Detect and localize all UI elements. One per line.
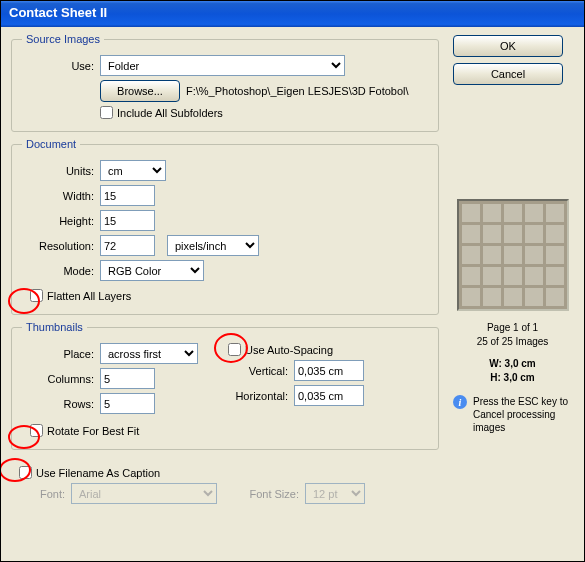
- mode-label: Mode:: [22, 265, 100, 277]
- width-label: Width:: [22, 190, 100, 202]
- font-select: Arial: [71, 483, 217, 504]
- use-select[interactable]: Folder: [100, 55, 345, 76]
- height-input[interactable]: [100, 210, 155, 231]
- fontsize-label: Font Size:: [247, 488, 305, 500]
- caption-group: Use Filename As Caption Font: Arial Font…: [11, 456, 439, 516]
- thumbnails-legend: Thumbnails: [22, 321, 87, 333]
- browse-button[interactable]: Browse...: [100, 80, 180, 102]
- height-label: Height:: [22, 215, 100, 227]
- window-title: Contact Sheet II: [1, 1, 584, 27]
- filename-caption-checkbox[interactable]: Use Filename As Caption: [19, 466, 160, 479]
- rows-label: Rows:: [22, 398, 100, 410]
- units-select[interactable]: cm: [100, 160, 166, 181]
- info-icon: i: [453, 395, 467, 409]
- auto-spacing-checkbox[interactable]: Use Auto-Spacing: [228, 343, 333, 356]
- use-label: Use:: [22, 60, 100, 72]
- resolution-input[interactable]: [100, 235, 155, 256]
- esc-hint: i Press the ESC key to Cancel processing…: [453, 395, 572, 434]
- document-legend: Document: [22, 138, 80, 150]
- resolution-label: Resolution:: [22, 240, 100, 252]
- preview-size-info: W: 3,0 cm H: 3,0 cm: [453, 357, 572, 385]
- place-select[interactable]: across first: [100, 343, 198, 364]
- dialog-content: Source Images Use: Folder Browse... F:\%…: [1, 27, 584, 561]
- fontsize-select: 12 pt: [305, 483, 365, 504]
- ok-button[interactable]: OK: [453, 35, 563, 57]
- mode-select[interactable]: RGB Color: [100, 260, 204, 281]
- rotate-best-fit-checkbox[interactable]: Rotate For Best Fit: [30, 424, 139, 437]
- width-input[interactable]: [100, 185, 155, 206]
- columns-label: Columns:: [22, 373, 100, 385]
- rows-input[interactable]: [100, 393, 155, 414]
- resolution-units-select[interactable]: pixels/inch: [167, 235, 259, 256]
- flatten-layers-checkbox[interactable]: Flatten All Layers: [30, 289, 131, 302]
- source-images-group: Source Images Use: Folder Browse... F:\%…: [11, 33, 439, 132]
- vertical-input[interactable]: [294, 360, 364, 381]
- preview-grid: [457, 199, 569, 311]
- horizontal-label: Horizontal:: [228, 390, 294, 402]
- document-group: Document Units: cm Width: Height: Resolu…: [11, 138, 439, 315]
- source-path: F:\%_Photoshop\_Eigen LESJES\3D Fotobol\: [180, 85, 409, 97]
- preview-page-info: Page 1 of 1 25 of 25 Images: [453, 321, 572, 349]
- horizontal-input[interactable]: [294, 385, 364, 406]
- source-legend: Source Images: [22, 33, 104, 45]
- include-subfolders-checkbox[interactable]: Include All Subfolders: [100, 106, 223, 119]
- thumbnails-group: Thumbnails Place: across first Columns:: [11, 321, 439, 450]
- place-label: Place:: [22, 348, 100, 360]
- cancel-button[interactable]: Cancel: [453, 63, 563, 85]
- columns-input[interactable]: [100, 368, 155, 389]
- vertical-label: Vertical:: [228, 365, 294, 377]
- units-label: Units:: [22, 165, 100, 177]
- font-label: Font:: [21, 488, 71, 500]
